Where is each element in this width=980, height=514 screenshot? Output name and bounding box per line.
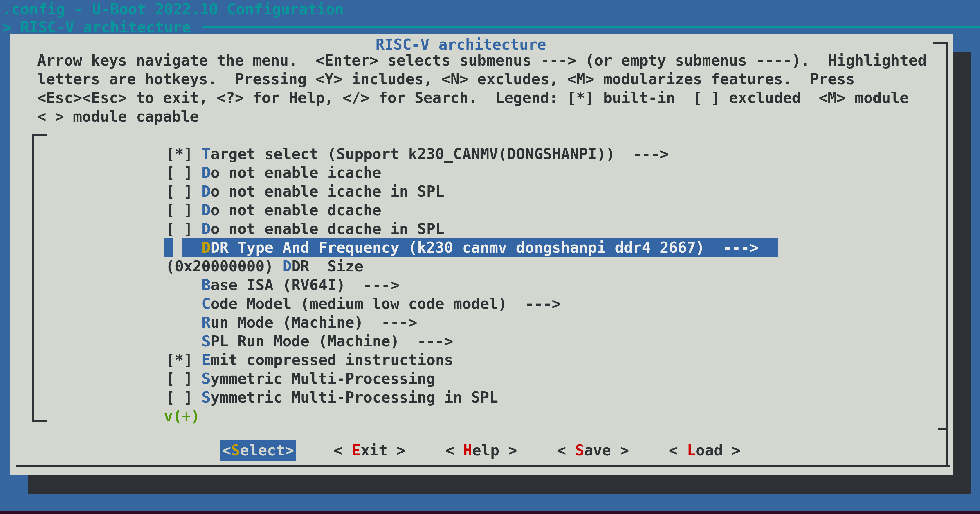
item-indent [165, 333, 202, 350]
hotkey-letter: D [202, 183, 211, 200]
hotkey-letter: S [202, 370, 211, 387]
breadcrumb-rule [202, 26, 980, 28]
help-text-line: < > module capable [37, 107, 199, 126]
menu-item-label: o not enable dcache in SPL [211, 220, 444, 237]
hotkey-letter: E [352, 442, 361, 459]
button-bracket: < [222, 442, 231, 459]
menu-item-compressed-instructions[interactable]: [*] Emit compressed instructions [165, 351, 453, 369]
scroll-more-indicator[interactable]: v(+) [164, 407, 200, 426]
hotkey-letter: D [202, 220, 211, 237]
button-label: xit > [361, 442, 406, 459]
menu-item-label: ase ISA (RV64I) ---> [211, 277, 399, 294]
button-bracket: < [445, 442, 463, 459]
hotkey-letter: C [202, 295, 211, 312]
checkbox-state: [ ] [165, 183, 202, 200]
list-box-bottom-left-corner [32, 420, 48, 422]
load-button[interactable]: < Load > [667, 440, 743, 461]
list-box-bottom-right-tick [938, 428, 946, 430]
menu-item-smp[interactable]: [ ] Symmetric Multi-Processing [165, 369, 435, 388]
menu-item-label: o not enable icache in SPL [211, 183, 444, 200]
help-text-line: <Esc><Esc> to exit, <?> for Help, </> fo… [37, 89, 908, 107]
menu-item-no-icache[interactable]: [ ] Do not enable icache [165, 164, 381, 182]
item-indent [165, 314, 202, 331]
help-text-line: Arrow keys navigate the menu. <Enter> se… [37, 51, 927, 70]
dialog-button-row: <Select> < Exit > < Help > < Save > < Lo… [10, 440, 953, 461]
menu-item-label: un Mode (Machine) ---> [211, 314, 417, 331]
menu-item-no-dcache-spl[interactable]: [ ] Do not enable dcache in SPL [165, 220, 444, 239]
hotkey-letter: S [202, 333, 211, 350]
menu-item-label: ymmetric Multi-Processing [211, 370, 436, 387]
button-bracket: < [334, 442, 352, 459]
checkbox-state: [*] [165, 145, 202, 163]
checkbox-state: [ ] [165, 389, 202, 406]
hotkey-letter: S [231, 442, 240, 459]
checkbox-state: [ ] [165, 220, 202, 237]
item-indent [165, 277, 202, 294]
menu-item-no-icache-spl[interactable]: [ ] Do not enable icache in SPL [165, 182, 444, 201]
button-bracket: < [669, 442, 687, 459]
item-indent [165, 295, 202, 312]
menu-item-label: ode Model (medium low code model) ---> [211, 295, 561, 312]
menu-item-no-dcache[interactable]: [ ] Do not enable dcache [165, 201, 381, 220]
terminal-bottom-edge [0, 511, 980, 514]
menu-item-label: arget select (Support k230_CANMV(DONGSHA… [211, 145, 669, 163]
menu-item-ddr-type-frequency[interactable]: DDR Type And Frequency (k230 canmv dongs… [165, 239, 759, 257]
hotkey-letter: B [202, 277, 211, 294]
menu-item-label: ymmetric Multi-Processing in SPL [211, 389, 498, 406]
hotkey-letter: D [202, 202, 211, 219]
hotkey-letter: S [575, 442, 584, 459]
select-button[interactable]: <Select> [220, 440, 296, 461]
hotkey-letter: T [202, 145, 211, 163]
menu-item-target-select[interactable]: [*] Target select (Support k230_CANMV(DO… [165, 145, 669, 164]
hotkey-letter: H [463, 442, 473, 459]
help-button[interactable]: < Help > [443, 440, 519, 461]
hotkey-letter: D [202, 164, 211, 181]
checkbox-state: [ ] [165, 202, 202, 219]
menu-item-label: DR Size [291, 258, 363, 275]
hotkey-letter: E [202, 351, 211, 369]
exit-button[interactable]: < Exit > [331, 440, 407, 461]
button-label: elp > [472, 442, 517, 459]
menu-item-base-isa[interactable]: Base ISA (RV64I) ---> [165, 276, 399, 294]
save-button[interactable]: < Save > [555, 440, 631, 461]
hotkey-letter: D [282, 258, 291, 275]
hotkey-letter: D [202, 239, 211, 256]
value-field: (0x20000000) [165, 258, 282, 275]
button-label: elect> [240, 442, 294, 459]
checkbox-state: [*] [165, 351, 202, 369]
menu-item-spl-run-mode[interactable]: SPL Run Mode (Machine) ---> [165, 332, 453, 351]
button-label: oad > [696, 442, 741, 459]
dialog-bottom-border [16, 465, 950, 467]
hotkey-letter: L [687, 442, 696, 459]
config-dialog: RISC-V architecture Arrow keys navigate … [10, 33, 953, 476]
menu-item-label: PL Run Mode (Machine) ---> [211, 333, 453, 350]
list-box-left-border [32, 134, 34, 422]
checkbox-state: [ ] [165, 370, 202, 387]
help-text-line: letters are hotkeys. Pressing <Y> includ… [37, 70, 855, 89]
checkbox-state: [ ] [165, 164, 202, 181]
menu-item-label: DR Type And Frequency (k230 canmv dongsh… [211, 239, 759, 256]
hotkey-letter: R [202, 314, 211, 331]
item-indent [165, 239, 202, 256]
hotkey-letter: S [202, 389, 211, 406]
list-box-top-left-corner [32, 134, 48, 136]
menu-item-code-model[interactable]: Code Model (medium low code model) ---> [165, 294, 561, 313]
menu-item-smp-spl[interactable]: [ ] Symmetric Multi-Processing in SPL [165, 388, 498, 407]
button-bracket: < [557, 442, 575, 459]
terminal-title: .config - U-Boot 2022.10 Configuration [2, 0, 344, 19]
menu-item-ddr-size[interactable]: (0x20000000) DDR Size [165, 257, 363, 276]
dialog-right-border [946, 42, 948, 467]
menu-item-label: o not enable icache [211, 164, 381, 181]
menu-item-label: mit compressed instructions [211, 351, 453, 369]
button-label: ave > [584, 442, 629, 459]
menu-item-label: o not enable dcache [211, 202, 381, 219]
menu-item-run-mode[interactable]: Run Mode (Machine) ---> [165, 313, 417, 332]
